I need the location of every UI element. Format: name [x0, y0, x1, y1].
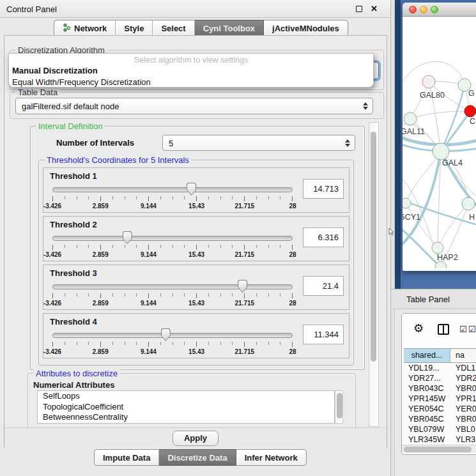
scrollbar-thumb[interactable]	[371, 132, 376, 362]
threshold-value-field[interactable]: 11.344	[303, 325, 344, 344]
attribute-item-topologicalcoefficient[interactable]: TopologicalCoefficient	[38, 402, 334, 413]
network-window-titlebar[interactable]	[403, 3, 476, 17]
combo-spinner[interactable]	[363, 102, 368, 110]
attribute-item-betweennesscentrality[interactable]: BetweennessCentrality	[38, 412, 334, 423]
algorithm-option-equal-width-frequency-discretization[interactable]: Equal Width/Frequency Discretization	[11, 77, 368, 88]
network-node[interactable]	[433, 143, 449, 160]
table-cell[interactable]: YBL0	[450, 424, 476, 434]
checkbox-icon[interactable]: ☑	[468, 325, 476, 334]
table-cell[interactable]: YER0	[450, 404, 476, 414]
tab-label: Style	[124, 24, 144, 33]
table-cell[interactable]: YDL1	[450, 363, 476, 373]
table-cell[interactable]: YBR045C	[404, 414, 450, 424]
apply-button[interactable]: Apply	[173, 431, 219, 446]
threshold-slider[interactable]: -3.4262.8599.14415.4321.71528	[52, 183, 293, 210]
tab-network[interactable]: Network	[54, 20, 116, 36]
tick-mark	[112, 342, 113, 345]
algorithm-hint-item[interactable]: Select algorithm to view settings	[9, 56, 373, 65]
network-node[interactable]	[462, 197, 475, 210]
gear-icon[interactable]: ⚙	[413, 321, 424, 335]
algorithm-option-manual-discretization[interactable]: Manual Discretization	[11, 65, 368, 77]
tick-mark	[232, 196, 233, 199]
tab-discretize-data[interactable]: Discretize Data	[159, 449, 236, 466]
slider-thumb[interactable]	[238, 280, 247, 293]
network-node[interactable]	[432, 242, 443, 254]
table-row[interactable]: YBR043CYBR0	[404, 383, 476, 394]
tick-mark	[52, 293, 53, 298]
table-row[interactable]: YLR345WYLR3	[404, 434, 476, 445]
table-row[interactable]: YER054CYER0	[404, 404, 476, 414]
table-cell[interactable]: YBR0	[450, 414, 476, 424]
network-node[interactable]	[422, 75, 435, 88]
slider-thumb[interactable]	[187, 183, 196, 196]
slider-track[interactable]	[52, 236, 293, 241]
network-canvas[interactable]: GAL80GCGAL11GAL4GCY1HHAP2	[403, 17, 476, 268]
zoom-traffic-light-icon[interactable]	[431, 6, 438, 13]
table-cell[interactable]: YBR043C	[404, 383, 450, 394]
minimize-traffic-light-icon[interactable]	[420, 6, 427, 13]
close-traffic-light-icon[interactable]	[409, 6, 417, 13]
tick-mark	[160, 245, 161, 248]
float-window-icon[interactable]	[356, 6, 362, 12]
slider-track[interactable]	[52, 284, 293, 289]
table-cell[interactable]: YDL19...	[404, 363, 450, 373]
tick-label: 28	[289, 300, 296, 307]
network-node[interactable]	[404, 112, 417, 125]
group-title-table-data: Table Data	[15, 88, 60, 97]
combo-spinner[interactable]	[345, 139, 350, 147]
table-cell[interactable]: YDR2	[450, 373, 476, 383]
table-cell[interactable]: YLR3	[450, 434, 476, 445]
table-row[interactable]: YDL19...YDL1	[404, 363, 476, 373]
table-cell[interactable]: YLR345W	[404, 434, 450, 445]
tick-mark	[173, 342, 173, 345]
tab-select[interactable]: Select	[153, 20, 194, 36]
threshold-value-field[interactable]: 6.316	[303, 227, 344, 247]
tab-label: Network	[74, 24, 107, 33]
table-hscrollbar[interactable]	[402, 445, 476, 453]
threshold-value-field[interactable]: 21.4	[303, 276, 344, 296]
table-cell[interactable]: YBL079W	[404, 424, 450, 434]
table-data-combobox[interactable]: galFiltered.sif default node	[15, 98, 373, 114]
columns-icon[interactable]	[438, 324, 449, 335]
table-cell[interactable]: YDR27...	[404, 373, 450, 383]
scrollbar-thumb[interactable]	[404, 447, 472, 452]
column-header-0[interactable]: shared...	[404, 349, 450, 362]
slider-track[interactable]	[52, 187, 293, 192]
table-cell[interactable]: YPR145W	[404, 394, 450, 404]
close-icon[interactable]: ✕	[371, 4, 378, 13]
tick-label: 2.859	[93, 251, 109, 258]
table-row[interactable]: YDR27...YDR2	[404, 373, 476, 383]
network-node[interactable]	[403, 198, 411, 208]
bottom-tab-bar: Impute DataDiscretize DataInfer Network	[94, 449, 307, 466]
table-row[interactable]: YBL079WYBL0	[404, 424, 476, 434]
column-header-1[interactable]: na	[450, 349, 476, 362]
attributes-list-scrollbar[interactable]	[335, 390, 343, 424]
network-node[interactable]	[464, 105, 476, 117]
tick-mark	[148, 245, 149, 250]
network-edge	[410, 111, 470, 119]
tab-style[interactable]: Style	[116, 20, 153, 36]
tab-impute-data[interactable]: Impute Data	[94, 449, 159, 466]
tab-cyni-toolbox[interactable]: Cyni Toolbox	[195, 20, 264, 36]
slider-track[interactable]	[52, 333, 293, 338]
slider-thumb[interactable]	[161, 328, 171, 341]
table-row[interactable]: YBR045CYBR0	[404, 414, 476, 424]
threshold-value-field[interactable]: 14.713	[303, 179, 344, 199]
table-cell[interactable]: YPR1	[450, 394, 476, 404]
slider-thumb[interactable]	[123, 231, 132, 244]
tab-infer-network[interactable]: Infer Network	[236, 449, 307, 466]
number-of-intervals-combobox[interactable]: 5	[162, 135, 355, 151]
tick-label: -3.426	[43, 203, 61, 210]
attribute-item-selfloops[interactable]: SelfLoops	[38, 391, 334, 402]
settings-scrollbar[interactable]	[369, 122, 379, 427]
scrollbar-thumb[interactable]	[337, 393, 342, 418]
tick-mark	[220, 245, 221, 248]
tab-jactivemnodules[interactable]: jActiveMNodules	[264, 20, 348, 36]
table-cell[interactable]: YER054C	[404, 404, 450, 414]
threshold-slider[interactable]: -3.4262.8599.14415.4321.71528	[52, 280, 293, 307]
table-row[interactable]: YPR145WYPR1	[404, 394, 476, 404]
threshold-slider[interactable]: -3.4262.8599.14415.4321.71528	[52, 232, 293, 259]
checkbox-icon[interactable]: ☑	[459, 325, 467, 334]
threshold-slider[interactable]: -3.4262.8599.14415.4321.71528	[52, 329, 293, 356]
table-cell[interactable]: YBR0	[450, 383, 476, 394]
